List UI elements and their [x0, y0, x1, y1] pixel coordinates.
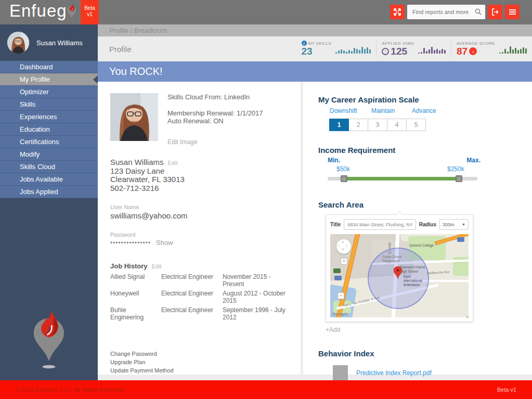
- add-search-area-link[interactable]: +Add: [326, 326, 532, 333]
- downshift-label[interactable]: Downshift: [330, 107, 357, 114]
- edit-job-history-link[interactable]: Edit: [152, 263, 162, 269]
- address-line1: 123 Daisy Lane: [110, 167, 288, 176]
- sidebar-item-certifications[interactable]: Certifications: [0, 136, 98, 148]
- password-mask: •••••••••••••••: [110, 239, 151, 247]
- my-skills-sparkline: [335, 45, 371, 54]
- sidebar-nav: Dashboard My Profile Optimizer Skills Ex…: [0, 61, 98, 198]
- avatar: [7, 32, 29, 54]
- map-label: Main St: [388, 242, 392, 254]
- logo-text: Enfueg: [9, 1, 67, 21]
- sidebar-item-skills-cloud[interactable]: Skills Cloud: [0, 161, 98, 173]
- advance-label[interactable]: Advance: [412, 107, 436, 114]
- logout-icon: [491, 8, 499, 16]
- edit-profile-link[interactable]: Edit: [168, 160, 178, 166]
- info-icon[interactable]: i: [302, 41, 307, 46]
- menu-icon: [509, 9, 516, 15]
- map-label: Cedar Grove Playground: [382, 255, 403, 263]
- sidebar-item-optimizer[interactable]: Optimizer: [0, 86, 98, 98]
- change-password-link[interactable]: Change Password: [110, 350, 288, 358]
- edit-image-link[interactable]: Edit Image: [167, 138, 263, 146]
- up-arrow-icon: ↑: [382, 48, 389, 55]
- income-slider: Min. Max. $50k $250k: [328, 157, 484, 187]
- career-scale-option-2[interactable]: 2: [348, 119, 368, 131]
- sidebar-item-education[interactable]: Education: [0, 123, 98, 136]
- map-marker-label: Eyre International Entertainer: [404, 275, 426, 287]
- map-pan-control[interactable]: ˄˅‹›: [336, 239, 351, 254]
- search-area-title: Search Area: [318, 200, 532, 209]
- page-title-bar: Profile i MY SKILLS 23 APPLIED JOBS ↑: [98, 36, 532, 61]
- address-line2: Clearwater, FL 33013: [110, 175, 288, 184]
- header-search: [407, 5, 485, 19]
- profile-panel: Skills Cloud From: LinkedIn Membership R…: [98, 82, 301, 375]
- stat-applied-jobs: APPLIED JOBS ↑ 125: [376, 40, 451, 58]
- update-payment-link[interactable]: Update Payment Method: [110, 367, 288, 375]
- expand-icon: [394, 8, 401, 16]
- upgrade-plan-link[interactable]: Upgrade Plan: [110, 358, 288, 367]
- footer: © 2016 Enfuego, LLC, All Rights Reserved…: [0, 380, 532, 399]
- page-title: Profile: [98, 45, 296, 54]
- career-scale-option-4[interactable]: 4: [387, 119, 407, 131]
- search-icon: [475, 8, 482, 15]
- job-company: Honeywell: [110, 290, 158, 304]
- chevron-down-icon: ▼: [462, 223, 465, 226]
- income-title: Income Requirement: [318, 146, 532, 155]
- radius-select[interactable]: 300m ▼: [439, 219, 469, 230]
- sidebar-item-modify[interactable]: Modify: [0, 148, 98, 161]
- sidebar-item-jobs-available[interactable]: Jobs Available: [0, 173, 98, 186]
- slider-handle-max[interactable]: [456, 175, 462, 182]
- header-toolbar: [390, 5, 520, 19]
- skills-cloud-source: Skills Cloud From: LinkedIn: [167, 93, 263, 101]
- username-value: swilliams@yahoo.com: [110, 211, 288, 220]
- job-company: Buhle Engineering: [110, 306, 158, 321]
- membership-renewal: Membership Renewal: 1/1/2017: [167, 109, 263, 117]
- job-dates: September 1996 - July 2012: [223, 306, 288, 321]
- banner-text: You ROCK!: [109, 66, 163, 78]
- sidebar-item-experiences[interactable]: Experiences: [0, 111, 98, 123]
- preferences-panel: My Career Aspiration Scale Downshift Mai…: [303, 82, 532, 375]
- auto-renewal: Auto Renewal: ON: [167, 117, 263, 125]
- profile-phone: 502-712-3216: [110, 184, 288, 193]
- job-title: Electrical Engineer: [161, 273, 219, 288]
- flame-pin-logo-icon: [65, 3, 79, 20]
- zoom-in-button[interactable]: +: [341, 258, 347, 265]
- account-links: Change Password Upgrade Plan Update Paym…: [110, 350, 288, 375]
- sidebar-item-my-profile[interactable]: My Profile: [0, 73, 98, 86]
- map[interactable]: Queens College Cedar Grove Playground To…: [330, 234, 469, 317]
- map-label: Queens College: [409, 243, 434, 247]
- maintain-label[interactable]: Maintain: [371, 107, 395, 114]
- main-content: Skills Cloud From: LinkedIn Membership R…: [98, 82, 532, 380]
- sidebar-item-dashboard[interactable]: Dashboard: [0, 61, 98, 73]
- job-dates: November 2015 - Present: [223, 273, 288, 288]
- average-score-sparkline: [499, 45, 527, 54]
- menu-button[interactable]: [505, 5, 520, 19]
- address-input[interactable]: [344, 219, 416, 230]
- zoom-out-button[interactable]: −: [338, 292, 344, 299]
- search-input[interactable]: [407, 5, 485, 19]
- applied-jobs-sparkline: [418, 45, 446, 54]
- app-logo: Enfueg: [9, 1, 79, 21]
- predictive-index-report-link[interactable]: Predictive Index Report.pdf: [356, 369, 432, 377]
- down-arrow-icon: ↓: [469, 47, 477, 55]
- logout-button[interactable]: [488, 5, 502, 19]
- highway-shield-icon: [457, 237, 464, 242]
- sidebar-item-skills[interactable]: Skills: [0, 98, 98, 111]
- applied-jobs-value: 125: [391, 46, 407, 57]
- job-history-table: Allied Signal Electrical Engineer Novemb…: [110, 273, 288, 321]
- sidebar-item-jobs-applied[interactable]: Jobs Applied: [0, 186, 98, 198]
- expand-button[interactable]: [390, 5, 405, 19]
- career-scale-option-3[interactable]: 3: [368, 119, 387, 131]
- max-label: Max.: [466, 157, 481, 164]
- career-scale-labels: Downshift Maintain Advance: [330, 107, 449, 115]
- top-header: Enfueg Beta v1: [0, 0, 532, 24]
- career-scale-option-5[interactable]: 5: [406, 119, 426, 131]
- beta-badge: Beta v1: [81, 0, 99, 24]
- highway-shield-icon: [334, 276, 342, 280]
- career-scale-option-1[interactable]: 1: [329, 119, 349, 131]
- title-field-label: Title: [330, 222, 341, 227]
- slider-handle-min[interactable]: [341, 175, 347, 182]
- show-password-link[interactable]: Show: [156, 239, 173, 247]
- max-value: $250k: [447, 165, 464, 173]
- stats-strip: i MY SKILLS 23 APPLIED JOBS ↑ 125: [296, 36, 532, 61]
- report-error-link[interactable]: Report a map error: [466, 316, 469, 317]
- password-label: Password: [110, 231, 288, 238]
